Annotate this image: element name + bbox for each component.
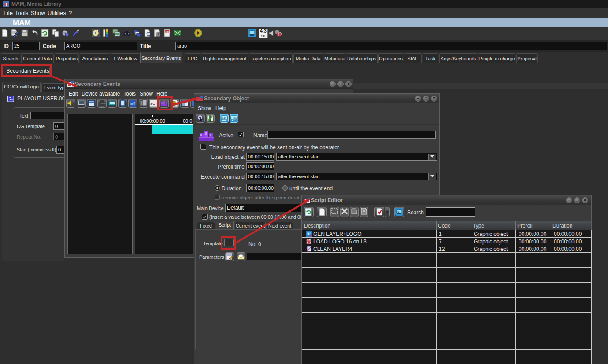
svg-text:ABC: ABC: [165, 30, 170, 33]
svg-text:HELP: HELP: [232, 117, 238, 119]
svg-text:n!: n!: [130, 101, 135, 106]
svg-text:SCTE: SCTE: [150, 102, 158, 106]
svg-text:117: 117: [222, 117, 227, 119]
svg-text:17: 17: [397, 210, 401, 213]
svg-text:HDTV: HDTV: [100, 102, 106, 105]
svg-text:1: 1: [308, 232, 310, 236]
svg-text:?: ?: [278, 33, 280, 36]
